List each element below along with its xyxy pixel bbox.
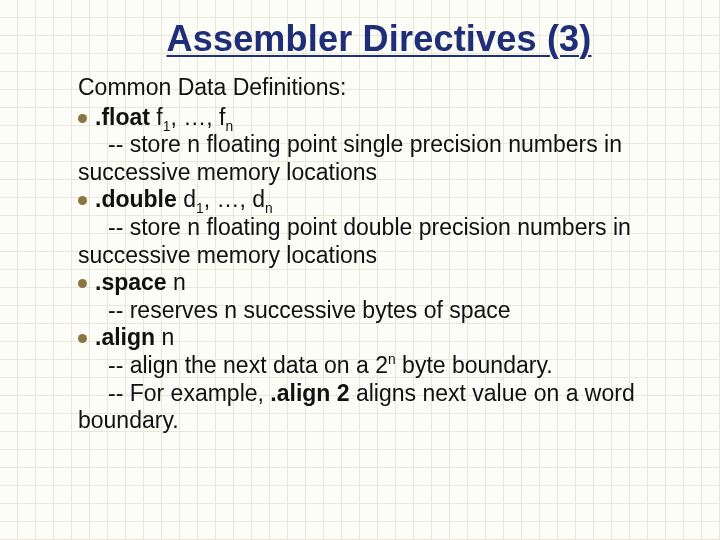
desc-line: -- store n floating point single precisi… <box>78 131 680 159</box>
directive-line: .float f1, …, fn <box>95 104 233 132</box>
directive-keyword: .float <box>95 104 150 130</box>
desc-line: -- store n floating point double precisi… <box>78 214 680 242</box>
bullet-icon <box>78 334 87 343</box>
arg-part: f <box>150 104 163 130</box>
bullet-item-float: .float f1, …, fn <box>78 104 680 132</box>
example-bold: .align 2 <box>270 380 349 406</box>
intro-line: Common Data Definitions: <box>78 74 680 102</box>
bullet-icon <box>78 196 87 205</box>
arg-plain: n <box>155 324 174 350</box>
bullet-item-double: .double d1, …, dn <box>78 186 680 214</box>
desc-line: successive memory locations <box>78 159 680 187</box>
desc-line: boundary. <box>78 407 680 435</box>
example-post: aligns next value on a word <box>350 380 635 406</box>
directive-line: .space n <box>95 269 186 297</box>
slide-title: Assembler Directives (3) <box>78 18 680 60</box>
directive-keyword: .align <box>95 324 155 350</box>
directive-keyword: .space <box>95 269 167 295</box>
directive-keyword: .double <box>95 186 177 212</box>
arg-mid: , …, f <box>170 104 225 130</box>
bullet-item-space: .space n <box>78 269 680 297</box>
directive-line: .double d1, …, dn <box>95 186 273 214</box>
desc-line-align-exp: -- align the next data on a 2n byte boun… <box>78 352 680 380</box>
arg-plain: n <box>167 269 186 295</box>
bullet-item-align: .align n <box>78 324 680 352</box>
example-pre: -- For example, <box>108 380 270 406</box>
slide: Assembler Directives (3) Common Data Def… <box>0 0 720 540</box>
desc-line: -- reserves n successive bytes of space <box>78 297 680 325</box>
align-sup: n <box>388 352 396 367</box>
align-post: byte boundary. <box>396 352 553 378</box>
slide-body: Common Data Definitions: .float f1, …, f… <box>78 74 680 435</box>
bullet-icon <box>78 279 87 288</box>
arg-part: d <box>177 186 196 212</box>
arg-mid: , …, d <box>204 186 265 212</box>
desc-line-example: -- For example, .align 2 aligns next val… <box>78 380 680 408</box>
bullet-icon <box>78 114 87 123</box>
align-pre: -- align the next data on a 2 <box>108 352 388 378</box>
directive-line: .align n <box>95 324 174 352</box>
desc-line: successive memory locations <box>78 242 680 270</box>
